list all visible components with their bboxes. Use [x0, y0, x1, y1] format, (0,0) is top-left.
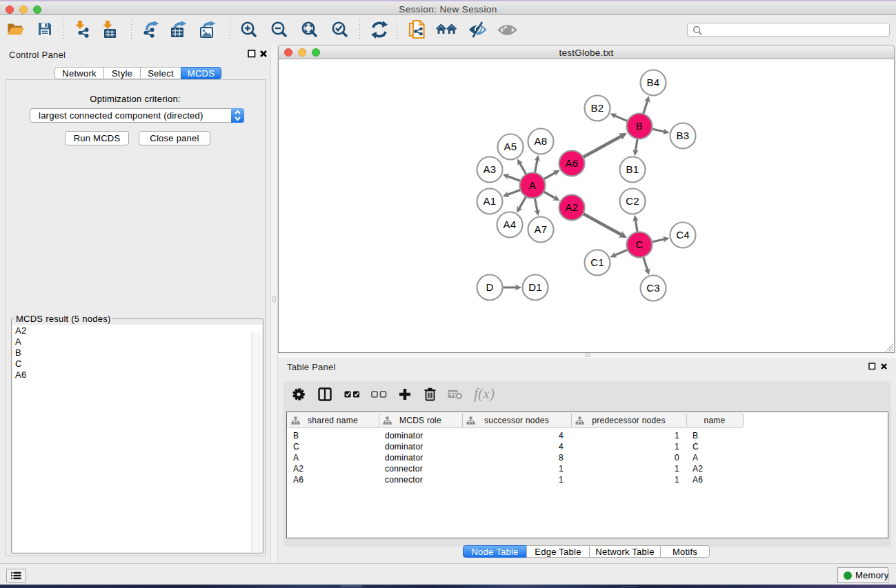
svg-text:B3: B3 — [677, 130, 690, 141]
svg-text:B4: B4 — [647, 77, 660, 88]
svg-text:A8: A8 — [535, 135, 548, 147]
svg-text:A6: A6 — [566, 157, 579, 169]
svg-text:A7: A7 — [535, 223, 548, 235]
svg-text:D: D — [486, 281, 493, 293]
svg-text:C2: C2 — [626, 195, 639, 207]
svg-text:B1: B1 — [626, 163, 639, 175]
svg-text:C1: C1 — [590, 256, 604, 268]
svg-text:A4: A4 — [504, 219, 517, 230]
svg-text:B2: B2 — [591, 102, 604, 114]
svg-text:C4: C4 — [676, 229, 690, 241]
svg-text:A3: A3 — [484, 163, 497, 175]
svg-text:B: B — [636, 120, 643, 132]
svg-text:A: A — [529, 179, 536, 191]
svg-text:A1: A1 — [484, 195, 497, 207]
svg-text:C3: C3 — [646, 282, 660, 294]
svg-text:A5: A5 — [504, 141, 517, 152]
svg-text:D1: D1 — [528, 281, 542, 293]
svg-text:C: C — [635, 239, 643, 250]
svg-text:A2: A2 — [566, 201, 579, 213]
